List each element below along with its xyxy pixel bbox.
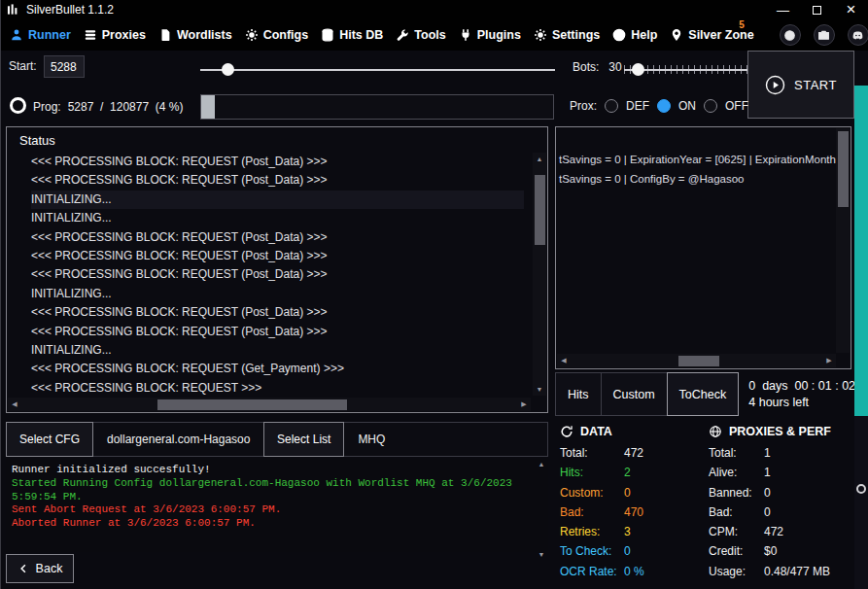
tab-tocheck[interactable]: ToCheck [667,372,740,416]
scroll-down-arrow[interactable]: ▼ [538,551,545,558]
progress-ring-icon [10,97,26,114]
screenshot-button[interactable] [814,24,835,46]
scroll-left-arrow[interactable]: ◀ [557,357,571,364]
prox-off-radio[interactable] [704,99,717,113]
tab-custom[interactable]: Custom [601,372,667,416]
nav-runner-label: Runner [28,28,71,42]
nav-runner[interactable]: Runner [10,28,71,42]
bots-value: 30 [608,60,621,74]
console-scrollbar[interactable]: ▲ ▼ [535,461,548,558]
nav-plugins[interactable]: Plugins [459,28,521,42]
bots-slider-handle[interactable] [632,63,644,76]
results-tabs-row: Hits Custom ToCheck 0 days 00 : 01 : 02 … [555,372,855,416]
status-vscroll-track[interactable] [533,165,546,383]
start-input[interactable] [44,55,85,78]
bots-row: Bots: 30 [573,60,622,74]
svg-text:?: ? [617,31,622,40]
status-log-line: <<< PROCESSING BLOCK: REQUEST (Post_Data… [31,265,547,284]
camera-icon [817,29,830,42]
status-hscroll-thumb[interactable] [157,399,347,410]
maximize-button[interactable] [800,0,834,19]
scroll-right-arrow[interactable]: ▶ [822,357,836,364]
runner-console: Runner initialized succesfully! Started … [6,459,548,552]
results-hscroll-track[interactable] [571,354,822,367]
stat-row: Total:1 [709,443,856,463]
status-hscroll-track[interactable] [21,398,517,411]
progress-bar [200,94,554,120]
status-vertical-scrollbar[interactable]: ▲ ▼ [533,153,546,396]
status-horizontal-scrollbar[interactable]: ◀ ▶ [8,398,531,411]
status-vscroll-thumb[interactable] [535,175,545,245]
prox-def-label: DEF [626,99,649,113]
nav-settings[interactable]: Settings [534,28,600,42]
tab-hits[interactable]: Hits [555,372,601,416]
status-log-line: <<< PROCESSING BLOCK: REQUEST (Get_Payme… [31,360,547,378]
stat-row: Usage:0.48/477 MB [709,562,856,581]
results-vscroll-thumb[interactable] [838,131,849,207]
stat-label: Credit: [709,541,764,561]
start-label: Start: [9,59,37,73]
scroll-right-arrow[interactable]: ▶ [517,400,531,408]
results-hscroll-thumb[interactable] [678,356,719,366]
scroll-left-arrow[interactable]: ◀ [8,400,21,408]
nav-settings-label: Settings [552,28,600,42]
history-button[interactable] [780,24,801,46]
result-line: tSavings = 0 | ConfigBy = @Hagasoo [559,170,851,190]
stat-value: 0 [764,502,771,522]
start-slider-handle[interactable] [222,63,234,76]
stat-label: OCR Rate: [560,562,624,581]
refresh-icon [560,425,573,438]
start-slider[interactable] [200,62,555,77]
results-vertical-scrollbar[interactable] [836,128,850,353]
scroll-down-arrow[interactable]: ▼ [533,383,546,396]
minimize-button[interactable]: — [766,0,800,19]
stat-row: Hits:2 [560,463,706,482]
status-log-line: <<< PROCESSING BLOCK: REQUEST (Post_Data… [31,171,547,190]
config-bar: Select CFG dollargeneral.com-Hagasoo Sel… [6,422,548,457]
nav-help[interactable]: ? Help [612,28,657,42]
prox-on-radio[interactable] [657,99,671,113]
prox-def-radio[interactable] [605,99,618,113]
prox-label: Prox: [570,99,597,113]
stat-row: Alive:1 [709,463,856,482]
stat-value: 0 [624,541,631,561]
results-panel: tSavings = 0 | ExpirationYear = [0625] |… [555,126,851,369]
stat-row: To Check:0 [560,541,706,561]
scroll-up-arrow[interactable]: ▲ [538,461,545,468]
select-list-button[interactable]: Select List [263,422,344,457]
status-log-line: <<< PROCESSING BLOCK: REQUEST (Post_Data… [31,247,547,265]
nav-silver-zone[interactable]: 5 Silver Zone [670,28,753,42]
stat-label: To Check: [560,541,624,561]
discord-button[interactable] [848,24,868,46]
prox-on-label: ON [678,99,696,113]
nav-hits-db[interactable]: Hits DB [321,28,383,42]
status-log-line: <<< PROCESSING BLOCK: REQUEST (Post_Data… [31,228,547,247]
runner-person-icon [10,28,23,42]
nav-proxies[interactable]: Proxies [84,28,146,42]
console-line: Started Running Config dollargeneral.com… [12,477,529,504]
stat-label: Banned: [709,483,764,502]
wordlists-document-icon [158,28,172,42]
back-button[interactable]: Back [6,554,74,583]
results-vscroll-track[interactable] [836,128,850,353]
silverbullet-window: SilverBullet 1.1.2 — × Runner Proxies Wo… [0,0,868,589]
bots-label: Bots: [573,60,599,74]
progress-text: Prog: 5287 / 120877 (4 %) [33,100,183,114]
status-log-line: INITIALIZING... [31,209,547,227]
start-run-button[interactable]: START [747,51,854,119]
select-cfg-button[interactable]: Select CFG [6,422,93,457]
window-controls: — × [766,0,868,19]
back-button-label: Back [36,562,63,575]
bots-slider[interactable] [624,62,747,77]
stat-row: Banned:0 [709,483,856,502]
scroll-up-arrow[interactable]: ▲ [533,153,546,165]
results-horizontal-scrollbar[interactable]: ◀ ▶ [557,354,836,367]
status-log-line: INITIALIZING... [31,191,524,209]
background-strip-circle-icon [856,484,866,494]
nav-configs[interactable]: Configs [245,28,309,42]
stat-row: Total:472 [560,443,706,463]
app-logo-icon [7,3,19,17]
close-button[interactable]: × [834,0,868,19]
nav-tools[interactable]: Tools [396,28,445,42]
nav-wordlists[interactable]: Wordlists [158,28,232,42]
